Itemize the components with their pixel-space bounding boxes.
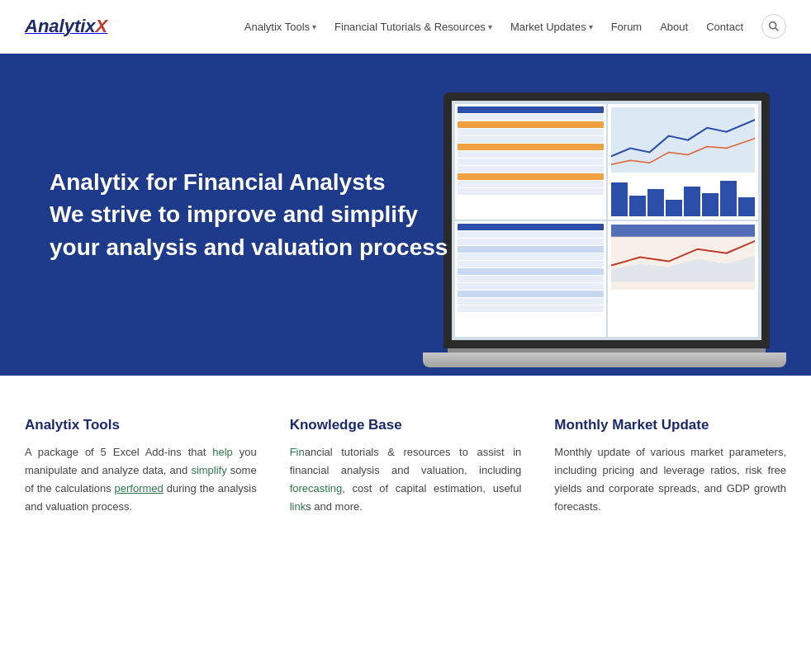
svg-point-0 [770,22,776,29]
help-link[interactable]: help [212,446,233,458]
logo[interactable]: AnalytixX [25,16,107,37]
svg-line-1 [775,28,779,31]
header: AnalytixX Analytix Tools ▾ Financial Tut… [0,0,811,54]
svg-rect-2 [611,107,756,173]
hero-line3: your analysis and valuation process [50,234,448,260]
search-button[interactable] [761,14,786,39]
svg-rect-4 [611,225,756,237]
nav-item-analytix-tools[interactable]: Analytix Tools ▾ [244,21,316,33]
hero-line2: We strive to improve and simplify [50,201,418,227]
links-link[interactable]: link [290,500,306,513]
hero-section: Analytix for Financial Analysts We striv… [0,54,811,376]
content-section: Analytix Tools A package of 5 Excel Add-… [0,376,811,549]
column-knowledge-base: Knowledge Base Financial tutorials & res… [290,417,522,516]
chevron-down-icon: ▾ [589,22,593,31]
fin-link[interactable]: Fin [290,446,305,458]
col2-title: Knowledge Base [290,417,522,433]
performed-text: performed [115,482,164,495]
nav-item-contact[interactable]: Contact [706,21,743,33]
nav-item-market-updates[interactable]: Market Updates ▾ [510,21,593,33]
forecasting-link[interactable]: forecasting [290,482,343,495]
nav-item-tutorials[interactable]: Financial Tutorials & Resources ▾ [334,21,492,33]
chevron-down-icon: ▾ [312,22,316,31]
hero-text: Analytix for Financial Analysts We striv… [50,166,448,263]
col1-title: Analytix Tools [25,417,257,433]
column-market-update: Monthly Market Update Monthly update of … [554,417,786,516]
hero-line1: Analytix for Financial Analysts [50,169,386,195]
nav-item-about[interactable]: About [660,21,688,33]
col1-body: A package of 5 Excel Add-ins that help y… [25,443,257,516]
nav-item-forum[interactable]: Forum [611,21,643,33]
main-nav: Analytix Tools ▾ Financial Tutorials & R… [244,14,786,39]
col2-body: Financial tutorials & resources to assis… [290,443,522,516]
search-icon [768,21,780,32]
hero-laptop-image [398,62,811,376]
col3-body: Monthly update of various market paramet… [554,443,786,516]
chevron-down-icon: ▾ [488,22,492,31]
col3-title: Monthly Market Update [554,417,786,433]
simplify-link[interactable]: simplify [191,464,226,476]
column-analytix-tools: Analytix Tools A package of 5 Excel Add-… [25,417,257,516]
